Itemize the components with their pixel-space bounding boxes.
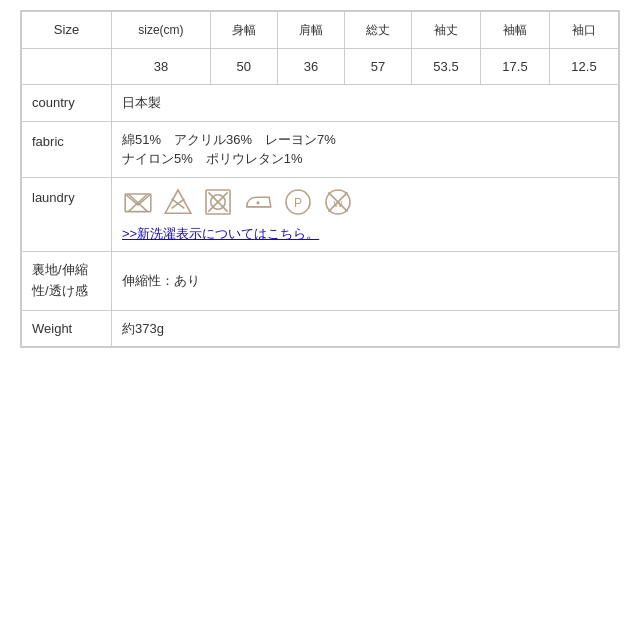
no-wash-icon — [122, 186, 154, 218]
fabric-row: fabric 綿51% アクリル36% レーヨン7%ナイロン5% ポリウレタン1… — [22, 121, 619, 177]
svg-marker-5 — [165, 190, 191, 213]
laundry-content: P W >>新洗濯表示についてはこちら。 — [112, 177, 619, 252]
svg-point-13 — [256, 201, 259, 204]
size-value-sodeguchi: 12.5 — [549, 48, 618, 85]
size-value-empty — [22, 48, 112, 85]
laundry-label: laundry — [22, 177, 112, 252]
svg-text:P: P — [294, 195, 302, 209]
size-value-katahaba: 36 — [277, 48, 344, 85]
dry-clean-p-icon: P — [282, 186, 314, 218]
header-so-take: 総丈 — [344, 12, 411, 49]
fabric-text: 綿51% アクリル36% レーヨン7%ナイロン5% ポリウレタン1% — [122, 132, 336, 167]
header-sode-haba: 袖幅 — [480, 12, 549, 49]
laundry-link[interactable]: >>新洗濯表示についてはこちら。 — [122, 224, 608, 244]
country-value: 日本製 — [112, 85, 619, 122]
laundry-row: laundry — [22, 177, 619, 252]
size-value-sodehaba: 17.5 — [480, 48, 549, 85]
country-row: country 日本製 — [22, 85, 619, 122]
header-sode-guchi: 袖口 — [549, 12, 618, 49]
iron-low-icon — [242, 186, 274, 218]
size-label: Size — [22, 12, 112, 49]
size-data-row: 38 50 36 57 53.5 17.5 12.5 — [22, 48, 619, 85]
size-header-row: Size size(cm) 身幅 肩幅 総丈 袖丈 袖幅 袖口 — [22, 12, 619, 49]
header-size-cm: size(cm) — [112, 12, 211, 49]
lining-label: 裏地/伸縮性/透け感 — [22, 252, 112, 311]
no-bleach-icon — [162, 186, 194, 218]
size-value-sotake: 57 — [344, 48, 411, 85]
size-value-num: 38 — [112, 48, 211, 85]
fabric-value: 綿51% アクリル36% レーヨン7%ナイロン5% ポリウレタン1% — [112, 121, 619, 177]
header-mi-haba: 身幅 — [210, 12, 277, 49]
header-kata-haba: 肩幅 — [277, 12, 344, 49]
header-sode-take: 袖丈 — [411, 12, 480, 49]
lining-value: 伸縮性：あり — [112, 252, 619, 311]
weight-row: Weight 約373g — [22, 310, 619, 347]
weight-value: 約373g — [112, 310, 619, 347]
weight-label: Weight — [22, 310, 112, 347]
no-wet-clean-icon: W — [322, 186, 354, 218]
laundry-icons-container: P W — [122, 186, 608, 218]
country-label: country — [22, 85, 112, 122]
no-tumble-dry-icon — [202, 186, 234, 218]
size-value-sodetake: 53.5 — [411, 48, 480, 85]
lining-row: 裏地/伸縮性/透け感 伸縮性：あり — [22, 252, 619, 311]
size-value-mihaba: 50 — [210, 48, 277, 85]
product-info-table: Size size(cm) 身幅 肩幅 総丈 袖丈 袖幅 袖口 38 50 36… — [20, 10, 620, 348]
fabric-label: fabric — [22, 121, 112, 177]
